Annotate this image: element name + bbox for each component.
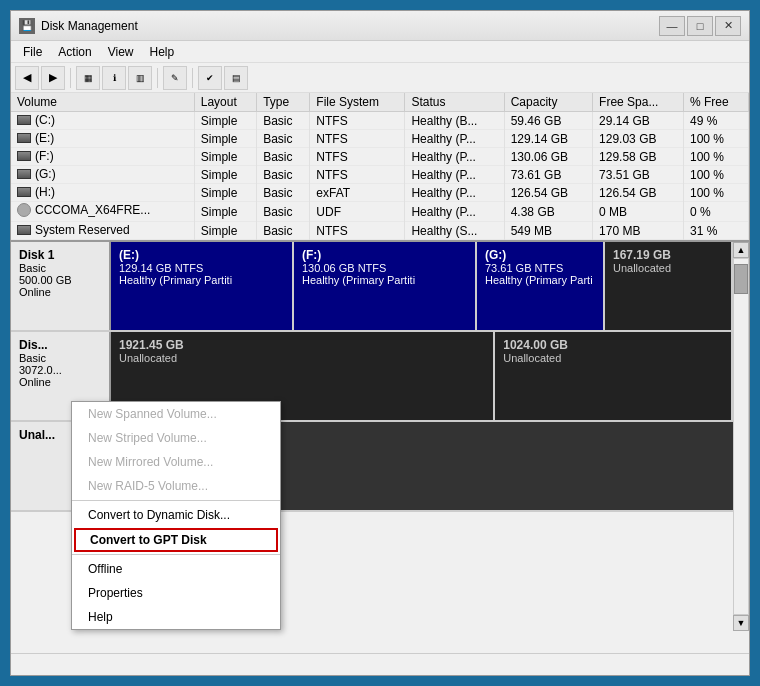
- col-fs[interactable]: File System: [310, 93, 405, 112]
- context-menu-item: New RAID-5 Volume...: [72, 474, 280, 498]
- tb-back[interactable]: ◀: [15, 66, 39, 90]
- cell-type: Basic: [257, 202, 310, 222]
- cell-capacity: 73.61 GB: [504, 166, 592, 184]
- partition-block[interactable]: 1024.00 GB Unallocated: [495, 332, 733, 420]
- cell-pct: 49 %: [684, 112, 749, 130]
- tb-btn1[interactable]: ▦: [76, 66, 100, 90]
- menu-file[interactable]: File: [15, 41, 50, 62]
- partition-detail: 73.61 GB NTFS: [485, 262, 595, 274]
- tb-btn6[interactable]: ▤: [224, 66, 248, 90]
- window-title: Disk Management: [41, 19, 659, 33]
- partition-name: (E:): [119, 248, 284, 262]
- disk-icon: [17, 187, 31, 197]
- tb-btn2[interactable]: ℹ: [102, 66, 126, 90]
- cell-volume: (C:): [11, 112, 194, 130]
- cell-volume: System Reserved: [11, 222, 194, 240]
- partition-block[interactable]: (F:) 130.06 GB NTFS Healthy (Primary Par…: [294, 242, 477, 330]
- cell-volume: (E:): [11, 130, 194, 148]
- partition-name: (F:): [302, 248, 467, 262]
- context-menu-separator: [72, 500, 280, 501]
- table-row[interactable]: (E:) Simple Basic NTFS Healthy (P... 129…: [11, 130, 749, 148]
- cell-type: Basic: [257, 184, 310, 202]
- context-menu-item[interactable]: Offline: [72, 557, 280, 581]
- menu-action[interactable]: Action: [50, 41, 99, 62]
- col-capacity[interactable]: Capacity: [504, 93, 592, 112]
- table-row[interactable]: (H:) Simple Basic exFAT Healthy (P... 12…: [11, 184, 749, 202]
- cell-fs: NTFS: [310, 222, 405, 240]
- tb-btn3[interactable]: ▥: [128, 66, 152, 90]
- cell-capacity: 549 MB: [504, 222, 592, 240]
- tb-forward[interactable]: ▶: [41, 66, 65, 90]
- cell-free: 170 MB: [593, 222, 684, 240]
- partition-detail: Unallocated: [503, 352, 723, 364]
- cell-volume: CCCOMA_X64FRE...: [11, 202, 194, 222]
- partition-sub: Healthy (Primary Partiti: [119, 274, 284, 286]
- cell-status: Healthy (B...: [405, 112, 504, 130]
- context-menu-item[interactable]: Convert to GPT Disk: [74, 528, 278, 552]
- cell-type: Basic: [257, 222, 310, 240]
- tb-btn5[interactable]: ✔: [198, 66, 222, 90]
- col-free[interactable]: Free Spa...: [593, 93, 684, 112]
- main-window: 💾 Disk Management — □ ✕ File Action View…: [10, 10, 750, 676]
- col-status[interactable]: Status: [405, 93, 504, 112]
- context-menu-item[interactable]: Help: [72, 605, 280, 629]
- col-pct[interactable]: % Free: [684, 93, 749, 112]
- scroll-down-btn[interactable]: ▼: [733, 615, 749, 631]
- cell-pct: 100 %: [684, 166, 749, 184]
- table-row[interactable]: System Reserved Simple Basic NTFS Health…: [11, 222, 749, 240]
- menu-view[interactable]: View: [100, 41, 142, 62]
- table-row[interactable]: (G:) Simple Basic NTFS Healthy (P... 73.…: [11, 166, 749, 184]
- cell-layout: Simple: [194, 112, 256, 130]
- vertical-scrollbar[interactable]: ▲ ▼: [733, 242, 749, 631]
- cell-fs: exFAT: [310, 184, 405, 202]
- table-row[interactable]: CCCOMA_X64FRE... Simple Basic UDF Health…: [11, 202, 749, 222]
- col-layout[interactable]: Layout: [194, 93, 256, 112]
- partition-detail: Unallocated: [119, 352, 485, 364]
- tb-btn4[interactable]: ✎: [163, 66, 187, 90]
- minimize-button[interactable]: —: [659, 16, 685, 36]
- menu-help[interactable]: Help: [142, 41, 183, 62]
- partition-name: 1921.45 GB: [119, 338, 485, 352]
- cell-fs: NTFS: [310, 112, 405, 130]
- cell-status: Healthy (P...: [405, 184, 504, 202]
- context-menu-item[interactable]: Convert to Dynamic Disk...: [72, 503, 280, 527]
- col-type[interactable]: Type: [257, 93, 310, 112]
- cell-fs: UDF: [310, 202, 405, 222]
- close-button[interactable]: ✕: [715, 16, 741, 36]
- cell-layout: Simple: [194, 148, 256, 166]
- partition-block[interactable]: (E:) 129.14 GB NTFS Healthy (Primary Par…: [111, 242, 294, 330]
- partition-block[interactable]: 167.19 GB Unallocated: [605, 242, 733, 330]
- maximize-button[interactable]: □: [687, 16, 713, 36]
- disk-table: Volume Layout Type File System Status Ca…: [11, 93, 749, 242]
- cell-fs: NTFS: [310, 130, 405, 148]
- cell-type: Basic: [257, 148, 310, 166]
- cell-capacity: 4.38 GB: [504, 202, 592, 222]
- cell-volume: (G:): [11, 166, 194, 184]
- title-bar: 💾 Disk Management — □ ✕: [11, 11, 749, 41]
- context-menu-item: New Spanned Volume...: [72, 402, 280, 426]
- cell-type: Basic: [257, 130, 310, 148]
- scroll-track[interactable]: [733, 258, 749, 615]
- scroll-thumb[interactable]: [734, 264, 748, 294]
- cell-free: 129.58 GB: [593, 148, 684, 166]
- context-menu: New Spanned Volume...New Striped Volume.…: [71, 401, 281, 630]
- table-row[interactable]: (F:) Simple Basic NTFS Healthy (P... 130…: [11, 148, 749, 166]
- table-row[interactable]: (C:) Simple Basic NTFS Healthy (B... 59.…: [11, 112, 749, 130]
- cell-status: Healthy (P...: [405, 130, 504, 148]
- tb-sep1: [70, 68, 71, 88]
- context-menu-item[interactable]: Properties: [72, 581, 280, 605]
- cell-free: 29.14 GB: [593, 112, 684, 130]
- disk-icon: [17, 225, 31, 235]
- scroll-up-btn[interactable]: ▲: [733, 242, 749, 258]
- tb-sep2: [157, 68, 158, 88]
- cell-pct: 0 %: [684, 202, 749, 222]
- app-icon: 💾: [19, 18, 35, 34]
- cell-status: Healthy (S...: [405, 222, 504, 240]
- context-menu-item: New Striped Volume...: [72, 426, 280, 450]
- partition-block[interactable]: (G:) 73.61 GB NTFS Healthy (Primary Part…: [477, 242, 605, 330]
- disk-partitions: (E:) 129.14 GB NTFS Healthy (Primary Par…: [111, 242, 733, 330]
- col-volume[interactable]: Volume: [11, 93, 194, 112]
- disk-label: Disk 1Basic500.00 GBOnline: [11, 242, 111, 330]
- cell-pct: 100 %: [684, 130, 749, 148]
- cell-capacity: 130.06 GB: [504, 148, 592, 166]
